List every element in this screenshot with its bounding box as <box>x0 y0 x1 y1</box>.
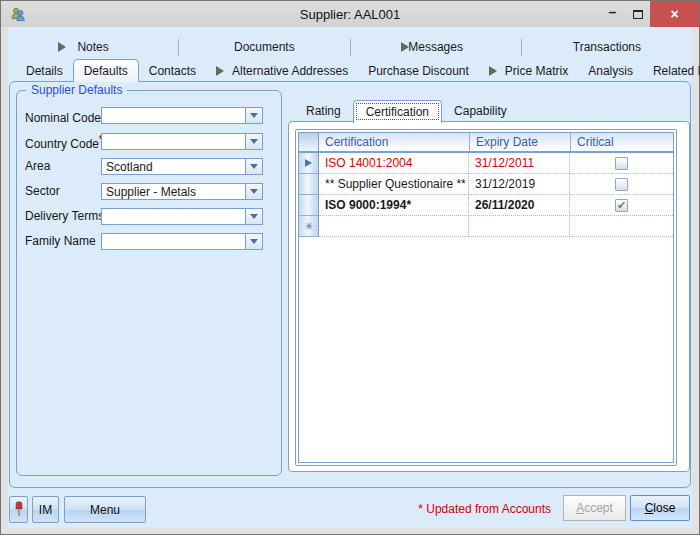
certification-grid: Certification Expiry Date Critical ISO 1… <box>295 129 677 466</box>
cell-critical: ✔ <box>570 195 673 216</box>
tab-arrow-icon <box>58 42 66 52</box>
defaults-tab-page: Supplier Defaults Nominal Code* Country … <box>9 81 691 488</box>
cell-expiry-date[interactable] <box>469 216 570 237</box>
menu-button[interactable]: Menu <box>64 496 146 523</box>
chevron-down-icon <box>250 139 258 144</box>
tab-documents[interactable]: Documents <box>179 35 349 59</box>
area-combo[interactable]: Scotland <box>101 158 263 175</box>
tab-analysis[interactable]: Analysis <box>578 60 643 81</box>
group-legend: Supplier Defaults <box>26 83 127 97</box>
tab-alternative-addresses[interactable]: Alternative Addresses <box>206 60 358 81</box>
footer-bar: IM Menu * Updated from Accounts Accept C… <box>8 488 692 528</box>
dropdown-button[interactable] <box>245 234 262 249</box>
grid-corner-header[interactable] <box>299 133 319 151</box>
cell-expiry-date[interactable]: 31/12/2011 <box>469 153 570 174</box>
maximize-button[interactable] <box>625 1 650 27</box>
field-family-name: Family Name <box>17 233 281 250</box>
grid-header-row: Certification Expiry Date Critical <box>299 133 673 153</box>
field-sector: Sector Supplier - Metals <box>17 183 281 200</box>
cell-expiry-date[interactable]: 31/12/2019 <box>469 174 570 195</box>
dropdown-button[interactable] <box>245 184 262 199</box>
supplier-people-icon <box>10 6 26 22</box>
cell-certification[interactable] <box>319 216 469 237</box>
field-area: Area Scotland <box>17 158 281 175</box>
dropdown-button[interactable] <box>245 209 262 224</box>
table-row[interactable]: ISO 14001:2004 31/12/2011 <box>299 153 673 174</box>
tab-price-matrix[interactable]: Price Matrix <box>479 60 578 81</box>
pin-button[interactable] <box>9 496 28 523</box>
supplier-window: Supplier: AAL001 – × Notes Documents Mes… <box>0 0 700 535</box>
top-tab-strip: Notes Documents Messages Transactions <box>8 35 692 59</box>
row-selector[interactable] <box>299 174 319 195</box>
tab-certification[interactable]: Certification <box>353 100 442 123</box>
main-tab-strip: Details Defaults Contacts Alternative Ad… <box>8 59 692 81</box>
nominal-code-combo[interactable] <box>101 107 263 124</box>
grid-empty-area <box>299 237 673 462</box>
updated-from-accounts-note: * Updated from Accounts <box>418 502 551 516</box>
cell-certification[interactable]: ISO 9000:1994* <box>319 195 469 216</box>
critical-checkbox[interactable] <box>615 178 628 191</box>
cell-certification[interactable]: ISO 14001:2004 <box>319 153 469 174</box>
field-nominal-code: Nominal Code* <box>17 107 281 124</box>
tab-notes[interactable]: Notes <box>8 35 178 59</box>
dropdown-button[interactable] <box>245 134 262 149</box>
close-window-button[interactable]: × <box>650 1 699 27</box>
family-name-combo[interactable] <box>101 233 263 250</box>
dropdown-button[interactable] <box>245 159 262 174</box>
client-area: Notes Documents Messages Transactions De… <box>8 27 692 528</box>
minimize-button[interactable]: – <box>600 1 625 27</box>
chevron-down-icon <box>250 164 258 169</box>
close-icon: × <box>670 6 678 22</box>
cell-expiry-date[interactable]: 26/11/2020 <box>469 195 570 216</box>
accept-button[interactable]: Accept <box>563 495 626 521</box>
new-row-icon: ✳ <box>304 220 313 233</box>
country-code-combo[interactable] <box>101 133 263 150</box>
tab-transactions[interactable]: Transactions <box>522 35 692 59</box>
sector-combo[interactable]: Supplier - Metals <box>101 183 263 200</box>
tab-capability[interactable]: Capability <box>442 101 519 121</box>
tab-messages[interactable]: Messages <box>351 35 521 59</box>
tab-details[interactable]: Details <box>16 60 73 81</box>
tab-rating[interactable]: Rating <box>294 101 353 121</box>
pushpin-icon <box>13 501 25 518</box>
chevron-down-icon <box>250 113 258 118</box>
new-row[interactable]: ✳ <box>299 216 673 237</box>
title-bar[interactable]: Supplier: AAL001 – × <box>1 1 699 27</box>
window-title: Supplier: AAL001 <box>1 7 699 22</box>
field-country-code: Country Code* <box>17 133 281 150</box>
cell-critical <box>570 153 673 174</box>
certification-tab-strip: Rating Certification Capability <box>294 99 519 121</box>
row-selector[interactable]: ✳ <box>299 216 319 237</box>
dropdown-button[interactable] <box>245 108 262 123</box>
tab-contacts[interactable]: Contacts <box>139 60 206 81</box>
table-row[interactable]: ISO 9000:1994* 26/11/2020 ✔ <box>299 195 673 216</box>
field-delivery-terms: Delivery Terms <box>17 208 281 225</box>
tab-arrow-icon <box>216 66 224 76</box>
supplier-defaults-group: Supplier Defaults Nominal Code* Country … <box>16 90 282 476</box>
tab-arrow-icon <box>401 42 409 52</box>
tab-arrow-icon <box>489 66 497 76</box>
column-header-expiry-date[interactable]: Expiry Date <box>469 133 570 151</box>
im-button[interactable]: IM <box>32 496 59 523</box>
column-header-certification[interactable]: Certification <box>319 133 469 151</box>
chevron-down-icon <box>250 239 258 244</box>
chevron-down-icon <box>250 189 258 194</box>
chevron-down-icon <box>250 214 258 219</box>
check-icon: ✔ <box>617 200 626 211</box>
row-selector[interactable] <box>299 195 319 216</box>
tab-related-items[interactable]: Related Items <box>643 60 700 81</box>
cell-critical <box>570 174 673 195</box>
close-button[interactable]: Close <box>630 495 690 521</box>
critical-checkbox[interactable] <box>615 157 628 170</box>
certification-tab-page: Certification Expiry Date Critical ISO 1… <box>288 121 690 472</box>
delivery-terms-combo[interactable] <box>101 208 263 225</box>
table-row[interactable]: ** Supplier Questionaire ** 31/12/2019 <box>299 174 673 195</box>
column-header-critical[interactable]: Critical <box>570 133 673 151</box>
maximize-icon <box>633 10 643 19</box>
row-selector[interactable] <box>299 153 319 174</box>
tab-defaults[interactable]: Defaults <box>73 59 139 82</box>
cell-certification[interactable]: ** Supplier Questionaire ** <box>319 174 469 195</box>
critical-checkbox-checked[interactable]: ✔ <box>615 199 628 212</box>
cell-critical <box>570 216 673 237</box>
tab-purchase-discount[interactable]: Purchase Discount <box>358 60 479 81</box>
